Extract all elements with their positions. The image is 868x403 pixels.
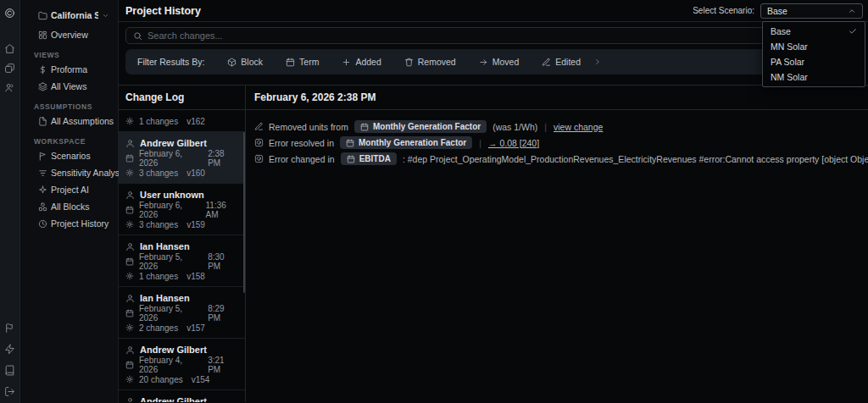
sidebar-item-all-assumptions[interactable]: All Assumptions bbox=[20, 115, 118, 127]
search-bar[interactable] bbox=[125, 27, 861, 44]
change-log-entry[interactable]: Andrew Gilbert bbox=[119, 390, 245, 402]
divider: | bbox=[479, 138, 481, 148]
sidebar-item-label: Project History bbox=[51, 218, 108, 229]
sidebar-section-header: VIEWS bbox=[20, 51, 118, 59]
scenario-option-label: NM Solar bbox=[771, 72, 808, 82]
logout-icon[interactable] bbox=[4, 386, 15, 397]
block-chip[interactable]: Monthly Generation Factor bbox=[354, 120, 487, 133]
filter-button-moved[interactable]: Moved bbox=[479, 57, 520, 67]
entry-time: 8:29 PM bbox=[208, 304, 238, 323]
filter-button-block[interactable]: Block bbox=[227, 57, 263, 67]
calendar-icon bbox=[347, 155, 355, 163]
sidebar-item-scenarios[interactable]: Scenarios bbox=[20, 150, 118, 162]
change-log-entry[interactable]: 1 changesv162 bbox=[119, 110, 245, 132]
app-logo-icon[interactable] bbox=[4, 8, 15, 19]
sidebar-item-label: Scenarios bbox=[51, 151, 91, 161]
pencil-icon bbox=[542, 58, 551, 67]
scenario-option-pa-solar[interactable]: PA Solar bbox=[763, 54, 865, 69]
change-detail-row: Error changed inEBITDA: #dep Project_Ope… bbox=[254, 151, 868, 167]
entry-version: v158 bbox=[186, 272, 205, 281]
change-log-entry[interactable]: User unknownFebruary 6, 202611:36 AM3 ch… bbox=[119, 184, 245, 235]
entry-date: February 5, 2026 bbox=[139, 252, 201, 271]
entry-change-count: 2 changes bbox=[139, 323, 178, 333]
scrollbar-thumb[interactable] bbox=[243, 132, 245, 293]
block-chip[interactable]: EBITDA bbox=[341, 152, 397, 165]
box-icon bbox=[227, 58, 236, 67]
filter-button-removed[interactable]: Removed bbox=[404, 57, 456, 67]
filter-button-term[interactable]: Term bbox=[286, 57, 319, 67]
chevron-right-icon[interactable] bbox=[593, 58, 602, 66]
project-name: California Sol... bbox=[51, 10, 98, 20]
change-action-text: Error resolved in bbox=[269, 138, 334, 148]
zap-icon[interactable] bbox=[4, 344, 15, 355]
main-content: Project History Select Scenario: Base Fi… bbox=[119, 0, 868, 403]
change-detail-text: : #dep Project_OperatingModel_Production… bbox=[403, 154, 868, 164]
home-icon[interactable] bbox=[4, 43, 15, 54]
entry-change-count: 20 changes bbox=[139, 375, 183, 384]
entry-author: Ian Hansen bbox=[140, 293, 190, 303]
scenarios-icon bbox=[38, 152, 47, 161]
file-icon bbox=[38, 117, 47, 126]
filter-button-label: Edited bbox=[555, 57, 581, 67]
users-icon[interactable] bbox=[4, 82, 15, 93]
chevron-down-icon[interactable] bbox=[102, 12, 109, 19]
block-chip[interactable]: Monthly Generation Factor bbox=[340, 136, 472, 149]
scenario-select[interactable]: Base bbox=[760, 3, 863, 19]
entry-author: Andrew Gilbert bbox=[140, 138, 207, 148]
changes-icon bbox=[125, 375, 134, 384]
sidebar-item-project-history[interactable]: Project History bbox=[20, 218, 118, 229]
change-link[interactable]: view change bbox=[554, 122, 603, 132]
sidebar-item-project-ai[interactable]: Project AI bbox=[20, 184, 118, 196]
page-title: Project History bbox=[125, 5, 201, 17]
user-icon bbox=[125, 242, 135, 251]
dollar-icon bbox=[38, 65, 47, 75]
project-selector[interactable]: California Sol... bbox=[20, 0, 118, 20]
entry-change-count: 1 changes bbox=[139, 117, 178, 126]
pencil-icon bbox=[254, 122, 264, 131]
change-log-entry[interactable]: Ian HansenFebruary 5, 20268:29 PM2 chang… bbox=[119, 287, 245, 339]
calendar-icon bbox=[125, 257, 134, 266]
sidebar-item-label: Overview bbox=[51, 30, 88, 40]
entry-date: February 6, 2026 bbox=[139, 201, 199, 219]
change-log-entry[interactable]: Ian HansenFebruary 5, 20268:30 PM1 chang… bbox=[119, 235, 245, 287]
projects-icon[interactable] bbox=[4, 63, 15, 74]
sidebar-item-label: All Views bbox=[51, 81, 86, 91]
change-log-entry[interactable]: Andrew GilbertFebruary 6, 20262:38 PM3 c… bbox=[119, 132, 245, 184]
search-input[interactable] bbox=[147, 30, 860, 41]
filter-button-edited[interactable]: Edited bbox=[542, 57, 581, 67]
user-icon bbox=[125, 139, 135, 148]
user-icon bbox=[125, 294, 135, 303]
sidebar-section-header: ASSUMPTIONS bbox=[20, 102, 118, 111]
sidebar-item-sensitivity-analysis[interactable]: Sensitivity Analysis bbox=[20, 167, 118, 179]
entry-author: Ian Hansen bbox=[140, 241, 190, 251]
change-detail-panel: Removed units fromMonthly Generation Fac… bbox=[246, 110, 868, 402]
scenario-dropdown-menu: BaseMN SolarPA SolarNM Solar bbox=[762, 21, 865, 87]
change-link[interactable]: → 0.08 [240] bbox=[488, 138, 539, 148]
docs-icon[interactable] bbox=[4, 365, 15, 376]
arrow-right-icon bbox=[479, 58, 488, 67]
scenario-option-nm-solar[interactable]: NM Solar bbox=[763, 69, 865, 85]
sidebar-item-overview[interactable]: Overview bbox=[20, 29, 118, 41]
check-icon bbox=[849, 27, 857, 36]
filter-button-label: Added bbox=[355, 57, 381, 67]
filter-button-label: Removed bbox=[418, 57, 456, 67]
sidebar-item-all-blocks[interactable]: All Blocks bbox=[20, 201, 118, 213]
filter-button-added[interactable]: Added bbox=[342, 57, 381, 67]
change-detail-row: Removed units fromMonthly Generation Fac… bbox=[254, 119, 868, 135]
change-log-entry[interactable]: Andrew GilbertFebruary 4, 20263:21 PM20 … bbox=[119, 339, 245, 390]
filter-button-label: Term bbox=[299, 57, 319, 67]
sidebar-item-all-views[interactable]: All Views bbox=[20, 80, 118, 92]
block-chip-label: Monthly Generation Factor bbox=[373, 122, 481, 131]
grid-icon bbox=[38, 30, 47, 40]
sidebar-item-proforma[interactable]: Proforma bbox=[20, 63, 118, 75]
scenario-option-base[interactable]: Base bbox=[763, 24, 865, 39]
scenario-option-mn-solar[interactable]: MN Solar bbox=[763, 39, 865, 54]
calendar-icon bbox=[125, 361, 134, 369]
sidebar-item-label: Proforma bbox=[51, 64, 87, 75]
filter-button-label: Block bbox=[241, 57, 263, 67]
chevron-up-icon bbox=[848, 7, 856, 15]
scenario-option-label: MN Solar bbox=[771, 41, 808, 52]
flag-icon[interactable] bbox=[4, 323, 15, 334]
change-detail-text: (was 1/Wh) bbox=[492, 122, 537, 132]
entry-version: v154 bbox=[192, 375, 210, 384]
